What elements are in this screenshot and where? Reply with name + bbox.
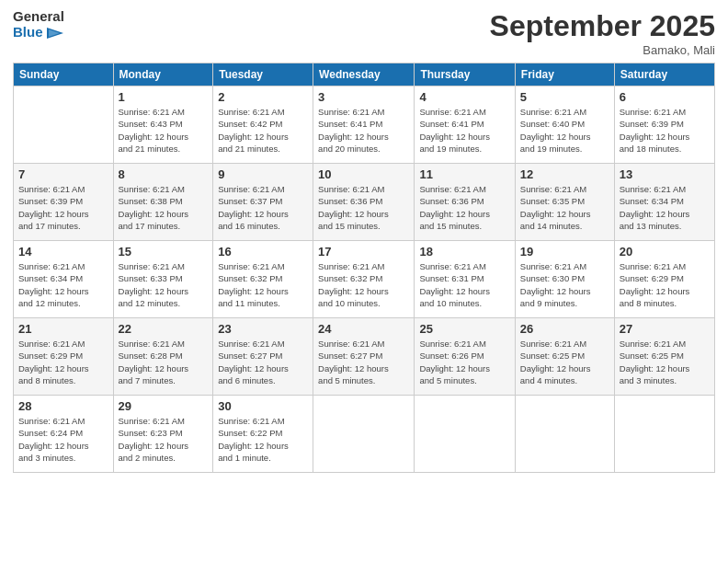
- day-number: 26: [520, 322, 609, 336]
- day-cell: 11Sunrise: 6:21 AM Sunset: 6:36 PM Dayli…: [415, 164, 515, 241]
- day-cell: 12Sunrise: 6:21 AM Sunset: 6:35 PM Dayli…: [515, 164, 614, 241]
- day-number: 10: [318, 167, 409, 181]
- day-number: 18: [419, 245, 509, 259]
- day-info: Sunrise: 6:21 AM Sunset: 6:36 PM Dayligh…: [318, 183, 409, 232]
- day-cell: 27Sunrise: 6:21 AM Sunset: 6:25 PM Dayli…: [614, 318, 714, 396]
- day-cell: 28Sunrise: 6:21 AM Sunset: 6:24 PM Dayli…: [14, 396, 114, 473]
- day-info: Sunrise: 6:21 AM Sunset: 6:32 PM Dayligh…: [318, 260, 409, 309]
- week-row-2: 7Sunrise: 6:21 AM Sunset: 6:39 PM Daylig…: [14, 164, 715, 241]
- day-number: 1: [119, 90, 209, 104]
- day-info: Sunrise: 6:21 AM Sunset: 6:28 PM Dayligh…: [119, 338, 209, 386]
- day-cell: 5Sunrise: 6:21 AM Sunset: 6:40 PM Daylig…: [515, 86, 614, 164]
- day-number: 12: [520, 167, 609, 181]
- day-info: Sunrise: 6:21 AM Sunset: 6:30 PM Dayligh…: [520, 260, 609, 309]
- day-info: Sunrise: 6:21 AM Sunset: 6:42 PM Dayligh…: [218, 106, 308, 155]
- header-monday: Monday: [113, 63, 213, 86]
- day-cell: [313, 396, 415, 473]
- day-info: Sunrise: 6:21 AM Sunset: 6:39 PM Dayligh…: [18, 183, 108, 232]
- day-cell: 24Sunrise: 6:21 AM Sunset: 6:27 PM Dayli…: [313, 318, 415, 396]
- day-info: Sunrise: 6:21 AM Sunset: 6:24 PM Dayligh…: [18, 415, 108, 464]
- day-cell: 14Sunrise: 6:21 AM Sunset: 6:34 PM Dayli…: [14, 241, 114, 318]
- day-number: 21: [18, 322, 108, 336]
- day-cell: [415, 396, 515, 473]
- day-number: 4: [419, 90, 509, 104]
- day-number: 7: [18, 167, 108, 181]
- day-info: Sunrise: 6:21 AM Sunset: 6:41 PM Dayligh…: [318, 106, 409, 155]
- day-info: Sunrise: 6:21 AM Sunset: 6:36 PM Dayligh…: [419, 183, 509, 232]
- header-friday: Friday: [515, 63, 614, 86]
- header-saturday: Saturday: [614, 63, 714, 86]
- day-cell: 23Sunrise: 6:21 AM Sunset: 6:27 PM Dayli…: [213, 318, 313, 396]
- day-info: Sunrise: 6:21 AM Sunset: 6:22 PM Dayligh…: [218, 415, 308, 464]
- day-cell: [614, 396, 714, 473]
- day-cell: 30Sunrise: 6:21 AM Sunset: 6:22 PM Dayli…: [213, 396, 313, 473]
- day-cell: [14, 86, 114, 164]
- day-cell: 22Sunrise: 6:21 AM Sunset: 6:28 PM Dayli…: [113, 318, 213, 396]
- day-number: 15: [119, 245, 209, 259]
- day-number: 3: [318, 90, 409, 104]
- day-info: Sunrise: 6:21 AM Sunset: 6:26 PM Dayligh…: [419, 338, 509, 386]
- day-number: 27: [620, 322, 710, 336]
- header-row: Sunday Monday Tuesday Wednesday Thursday…: [14, 63, 715, 86]
- day-cell: 29Sunrise: 6:21 AM Sunset: 6:23 PM Dayli…: [113, 396, 213, 473]
- day-info: Sunrise: 6:21 AM Sunset: 6:38 PM Dayligh…: [119, 183, 209, 232]
- day-cell: 6Sunrise: 6:21 AM Sunset: 6:39 PM Daylig…: [614, 86, 714, 164]
- title-block: September 2025 Bamako, Mali: [490, 9, 715, 57]
- day-info: Sunrise: 6:21 AM Sunset: 6:33 PM Dayligh…: [119, 260, 209, 309]
- calendar-table: Sunday Monday Tuesday Wednesday Thursday…: [13, 63, 715, 473]
- day-number: 5: [520, 90, 609, 104]
- header-thursday: Thursday: [415, 63, 515, 86]
- month-title: September 2025: [490, 9, 715, 43]
- header-wednesday: Wednesday: [313, 63, 415, 86]
- day-info: Sunrise: 6:21 AM Sunset: 6:34 PM Dayligh…: [620, 183, 710, 232]
- week-row-4: 21Sunrise: 6:21 AM Sunset: 6:29 PM Dayli…: [14, 318, 715, 396]
- day-number: 14: [18, 245, 108, 259]
- day-info: Sunrise: 6:21 AM Sunset: 6:31 PM Dayligh…: [419, 260, 509, 309]
- day-number: 23: [218, 322, 308, 336]
- day-number: 16: [218, 245, 308, 259]
- day-number: 6: [620, 90, 710, 104]
- day-cell: 19Sunrise: 6:21 AM Sunset: 6:30 PM Dayli…: [515, 241, 614, 318]
- location: Bamako, Mali: [490, 43, 715, 57]
- day-cell: 4Sunrise: 6:21 AM Sunset: 6:41 PM Daylig…: [415, 86, 515, 164]
- day-cell: 13Sunrise: 6:21 AM Sunset: 6:34 PM Dayli…: [614, 164, 714, 241]
- day-info: Sunrise: 6:21 AM Sunset: 6:27 PM Dayligh…: [318, 338, 409, 386]
- day-info: Sunrise: 6:21 AM Sunset: 6:39 PM Dayligh…: [620, 106, 710, 155]
- day-cell: 2Sunrise: 6:21 AM Sunset: 6:42 PM Daylig…: [213, 86, 313, 164]
- day-number: 24: [318, 322, 409, 336]
- day-cell: 8Sunrise: 6:21 AM Sunset: 6:38 PM Daylig…: [113, 164, 213, 241]
- day-cell: 25Sunrise: 6:21 AM Sunset: 6:26 PM Dayli…: [415, 318, 515, 396]
- day-number: 19: [520, 245, 609, 259]
- day-cell: 20Sunrise: 6:21 AM Sunset: 6:29 PM Dayli…: [614, 241, 714, 318]
- day-info: Sunrise: 6:21 AM Sunset: 6:29 PM Dayligh…: [620, 260, 710, 309]
- header-tuesday: Tuesday: [213, 63, 313, 86]
- day-info: Sunrise: 6:21 AM Sunset: 6:25 PM Dayligh…: [620, 338, 710, 386]
- day-number: 28: [18, 399, 108, 413]
- day-info: Sunrise: 6:21 AM Sunset: 6:43 PM Dayligh…: [119, 106, 209, 155]
- week-row-5: 28Sunrise: 6:21 AM Sunset: 6:24 PM Dayli…: [14, 396, 715, 473]
- day-cell: 16Sunrise: 6:21 AM Sunset: 6:32 PM Dayli…: [213, 241, 313, 318]
- day-number: 20: [620, 245, 710, 259]
- day-info: Sunrise: 6:21 AM Sunset: 6:40 PM Dayligh…: [520, 106, 609, 155]
- day-cell: 3Sunrise: 6:21 AM Sunset: 6:41 PM Daylig…: [313, 86, 415, 164]
- day-cell: 10Sunrise: 6:21 AM Sunset: 6:36 PM Dayli…: [313, 164, 415, 241]
- day-cell: 1Sunrise: 6:21 AM Sunset: 6:43 PM Daylig…: [113, 86, 213, 164]
- week-row-3: 14Sunrise: 6:21 AM Sunset: 6:34 PM Dayli…: [14, 241, 715, 318]
- day-cell: 17Sunrise: 6:21 AM Sunset: 6:32 PM Dayli…: [313, 241, 415, 318]
- day-info: Sunrise: 6:21 AM Sunset: 6:27 PM Dayligh…: [218, 338, 308, 386]
- day-cell: [515, 396, 614, 473]
- day-info: Sunrise: 6:21 AM Sunset: 6:34 PM Dayligh…: [18, 260, 108, 309]
- day-cell: 9Sunrise: 6:21 AM Sunset: 6:37 PM Daylig…: [213, 164, 313, 241]
- day-cell: 18Sunrise: 6:21 AM Sunset: 6:31 PM Dayli…: [415, 241, 515, 318]
- day-cell: 26Sunrise: 6:21 AM Sunset: 6:25 PM Dayli…: [515, 318, 614, 396]
- day-number: 11: [419, 167, 509, 181]
- day-cell: 15Sunrise: 6:21 AM Sunset: 6:33 PM Dayli…: [113, 241, 213, 318]
- day-cell: 7Sunrise: 6:21 AM Sunset: 6:39 PM Daylig…: [14, 164, 114, 241]
- day-number: 30: [218, 399, 308, 413]
- day-info: Sunrise: 6:21 AM Sunset: 6:23 PM Dayligh…: [119, 415, 209, 464]
- calendar-body: 1Sunrise: 6:21 AM Sunset: 6:43 PM Daylig…: [14, 86, 715, 473]
- day-info: Sunrise: 6:21 AM Sunset: 6:35 PM Dayligh…: [520, 183, 609, 232]
- day-number: 25: [419, 322, 509, 336]
- day-info: Sunrise: 6:21 AM Sunset: 6:25 PM Dayligh…: [520, 338, 609, 386]
- day-number: 22: [119, 322, 209, 336]
